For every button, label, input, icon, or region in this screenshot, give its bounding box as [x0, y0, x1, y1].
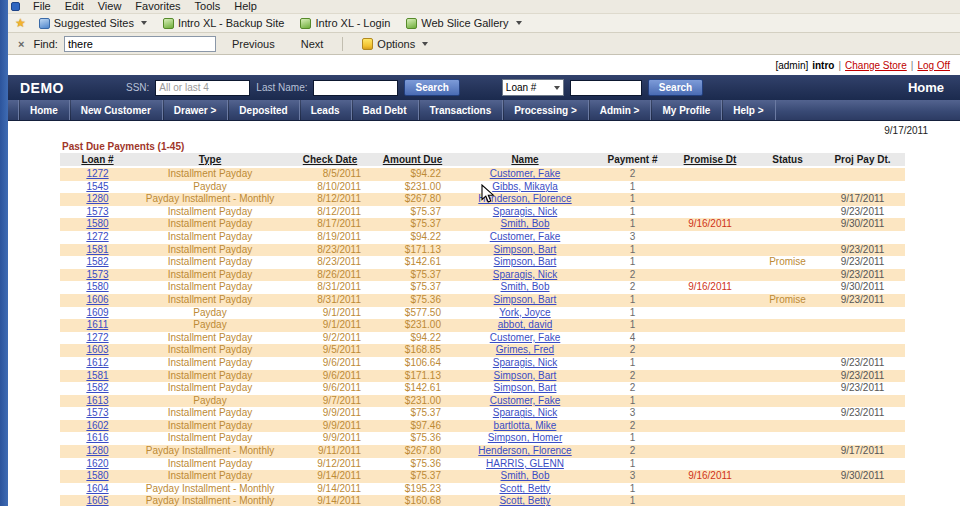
customer-name-link[interactable]: Grimes, Fred: [496, 344, 554, 355]
find-options-button[interactable]: Options: [352, 36, 438, 52]
customer-name-link[interactable]: Henderson, Florence: [478, 445, 571, 456]
loan-number-link[interactable]: 1582: [86, 382, 108, 393]
amount-due-cell: $231.00: [375, 395, 450, 408]
customer-name-link[interactable]: Smith, Bob: [501, 281, 550, 292]
favorites-star-icon[interactable]: ★: [15, 17, 26, 29]
nav-new-customer[interactable]: New Customer: [70, 100, 163, 120]
loan-number-input[interactable]: [570, 80, 642, 96]
loan-number-link[interactable]: 1609: [86, 307, 108, 318]
customer-name-link[interactable]: Customer, Fake: [490, 231, 561, 242]
loan-number-link[interactable]: 1545: [86, 181, 108, 192]
promise-date-cell: [665, 357, 755, 370]
customer-name-link[interactable]: Scott, Betty: [499, 495, 550, 506]
loan-number-link[interactable]: 1616: [86, 432, 108, 443]
loan-number-link[interactable]: 1573: [86, 206, 108, 217]
customer-name-link[interactable]: Sparagis, Nick: [493, 407, 557, 418]
customer-name-link[interactable]: Simpson, Bart: [494, 256, 557, 267]
menu-help[interactable]: Help: [227, 0, 264, 13]
loan-number-link[interactable]: 1581: [86, 244, 108, 255]
check-date-cell: 9/1/2011: [285, 319, 375, 332]
log-off-link[interactable]: Log Off: [917, 60, 950, 71]
find-previous-button[interactable]: Previous: [222, 36, 285, 52]
menu-favorites[interactable]: Favorites: [128, 0, 187, 13]
nav-processing[interactable]: Processing >: [503, 100, 589, 120]
customer-name-link[interactable]: Sparagis, Nick: [493, 269, 557, 280]
column-header-check-date[interactable]: Check Date: [285, 153, 375, 167]
loan-number-link[interactable]: 1603: [86, 344, 108, 355]
loan-cell: 1582: [60, 256, 135, 269]
loan-number-link[interactable]: 1604: [86, 483, 108, 494]
loan-number-link[interactable]: 1272: [86, 168, 108, 179]
customer-search-button[interactable]: Search: [404, 79, 459, 96]
loan-search-button[interactable]: Search: [648, 79, 703, 96]
column-header-promise-dt[interactable]: Promise Dt: [665, 153, 755, 167]
customer-name-link[interactable]: Simpson, Bart: [494, 382, 557, 393]
loan-number-link[interactable]: 1580: [86, 218, 108, 229]
nav-leads[interactable]: Leads: [300, 100, 352, 120]
loan-number-link[interactable]: 1611: [87, 319, 109, 330]
customer-name-link[interactable]: Sparagis, Nick: [493, 357, 557, 368]
loan-number-link[interactable]: 1613: [86, 395, 108, 406]
loan-number-link[interactable]: 1612: [86, 357, 108, 368]
loan-number-link[interactable]: 1272: [86, 332, 108, 343]
nav-transactions[interactable]: Transactions: [419, 100, 504, 120]
nav-drawer[interactable]: Drawer >: [163, 100, 229, 120]
customer-name-link[interactable]: bartlotta, Mike: [494, 420, 557, 431]
favorite-suggested-sites[interactable]: Suggested Sites: [31, 14, 155, 32]
loan-number-link[interactable]: 1582: [86, 256, 108, 267]
close-find-icon[interactable]: ×: [15, 38, 27, 50]
loan-number-link[interactable]: 1573: [86, 269, 108, 280]
customer-name-link[interactable]: abbot, david: [498, 319, 553, 330]
nav-help[interactable]: Help >: [722, 100, 775, 120]
customer-name-link[interactable]: Gibbs, Mikayla: [492, 181, 558, 192]
nav-home[interactable]: Home: [18, 100, 70, 120]
favorite-web-slice-gallery[interactable]: Web Slice Gallery: [398, 14, 529, 32]
customer-name-link[interactable]: Scott, Betty: [499, 483, 550, 494]
favorite-introxl-login[interactable]: Intro XL - Login: [292, 14, 398, 32]
loan-number-link[interactable]: 1620: [86, 458, 108, 469]
customer-name-link[interactable]: Customer, Fake: [490, 395, 561, 406]
loan-number-link[interactable]: 1573: [86, 407, 108, 418]
customer-name-link[interactable]: Simpson, Bart: [494, 370, 557, 381]
menu-tools[interactable]: Tools: [188, 0, 228, 13]
loan-number-link[interactable]: 1606: [86, 294, 108, 305]
loan-number-link[interactable]: 1580: [86, 470, 108, 481]
loan-number-link[interactable]: 1272: [86, 231, 108, 242]
loan-number-link[interactable]: 1280: [86, 193, 108, 204]
loan-number-link[interactable]: 1280: [86, 445, 108, 456]
customer-name-link[interactable]: Simpson, Bart: [494, 294, 557, 305]
column-header-name[interactable]: Name: [450, 153, 600, 167]
customer-name-link[interactable]: York, Joyce: [499, 307, 550, 318]
loan-number-link[interactable]: 1602: [86, 420, 108, 431]
nav-bad-debt[interactable]: Bad Debt: [352, 100, 419, 120]
customer-name-link[interactable]: HARRIS, GLENN: [486, 458, 564, 469]
menu-edit[interactable]: Edit: [58, 0, 91, 13]
find-next-button[interactable]: Next: [291, 36, 334, 52]
column-header-type[interactable]: Type: [135, 153, 285, 167]
last-name-input[interactable]: [313, 80, 398, 96]
ssn-input[interactable]: [155, 80, 250, 96]
nav-my-profile[interactable]: My Profile: [651, 100, 722, 120]
customer-name-link[interactable]: Customer, Fake: [490, 168, 561, 179]
favorite-introxl-backup[interactable]: Intro XL - Backup Site: [155, 14, 293, 32]
loan-number-link[interactable]: 1605: [86, 495, 108, 506]
customer-name-link[interactable]: Simpson, Bart: [494, 244, 557, 255]
nav-admin[interactable]: Admin >: [589, 100, 652, 120]
menu-file[interactable]: File: [26, 0, 58, 13]
menu-view[interactable]: View: [91, 0, 129, 13]
customer-name-link[interactable]: Smith, Bob: [501, 218, 550, 229]
loan-number-select[interactable]: Loan #: [502, 79, 564, 96]
column-header-amount-due[interactable]: Amount Due: [375, 153, 450, 167]
customer-name-link[interactable]: Smith, Bob: [501, 470, 550, 481]
nav-deposited[interactable]: Deposited: [228, 100, 299, 120]
loan-cell: 1604: [60, 483, 135, 496]
customer-name-link[interactable]: Simpson, Homer: [488, 432, 562, 443]
column-header-loan[interactable]: Loan #: [60, 153, 135, 167]
customer-name-link[interactable]: Customer, Fake: [490, 332, 561, 343]
change-store-link[interactable]: Change Store: [845, 60, 907, 71]
loan-number-link[interactable]: 1581: [86, 370, 108, 381]
find-input[interactable]: [64, 36, 216, 52]
name-cell: Simpson, Bart: [450, 370, 600, 383]
loan-number-link[interactable]: 1580: [86, 281, 108, 292]
customer-name-link[interactable]: Sparagis, Nick: [493, 206, 557, 217]
